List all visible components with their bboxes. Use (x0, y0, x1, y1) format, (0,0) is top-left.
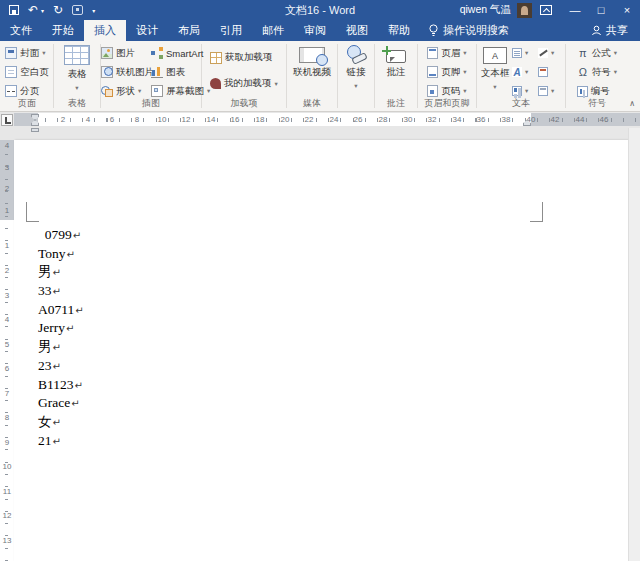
doc-line[interactable]: 21↵ (38, 432, 84, 451)
online-picture-button[interactable]: 联机图片 (101, 65, 151, 79)
tab-stop-selector[interactable] (1, 114, 13, 126)
doc-line[interactable]: 女↵ (38, 413, 84, 432)
textbox-button[interactable]: A 文本框 ▾ (478, 41, 512, 98)
vertical-ruler[interactable]: 4 3 2 1 1 2 3 4 5 6 7 8 9 10 11 12 13 (0, 128, 14, 561)
titlebar-right: qiwen 气温 — □ × (460, 0, 640, 20)
ruler-number: 2 (0, 184, 14, 193)
maximize-button[interactable]: □ (588, 0, 614, 20)
group-label-comments: 批注 (375, 97, 417, 110)
tab-layout[interactable]: 布局 (168, 20, 210, 41)
object-icon (538, 86, 548, 96)
ruler-number: 9 (0, 438, 14, 447)
tab-references[interactable]: 引用 (210, 20, 252, 41)
cover-page-icon (5, 47, 17, 59)
comment-button[interactable]: 批注 (386, 41, 406, 98)
group-links: 链接 ▾ (338, 41, 374, 111)
shapes-button[interactable]: 形状▾ (101, 84, 151, 98)
page-number-button[interactable]: 页码▾ (427, 84, 466, 98)
tab-file[interactable]: 文件 (0, 20, 42, 41)
page-break-button[interactable]: 分页 (5, 84, 49, 98)
screenshot-button[interactable]: 屏幕截图▾ (151, 84, 201, 98)
doc-line[interactable]: Grace↵ (38, 394, 84, 413)
cover-page-button[interactable]: 封面▾ (5, 46, 49, 60)
left-indent-marker[interactable] (31, 128, 39, 132)
doc-line[interactable]: 男↵ (38, 338, 84, 357)
number-button[interactable]: 编号 (577, 84, 617, 98)
smartart-button[interactable]: SmartArt (151, 46, 201, 60)
tab-review[interactable]: 审阅 (294, 20, 336, 41)
tell-me-search[interactable]: 操作说明搜索 (420, 20, 517, 41)
chart-button[interactable]: 图表 (151, 65, 201, 79)
minimize-button[interactable]: — (562, 0, 588, 20)
picture-button[interactable]: 图片 (101, 46, 151, 60)
document-text[interactable]: 0799↵ Tony↵ 男↵ 33↵ A0711↵ Jerry↵ 男↵ 23↵ … (38, 226, 84, 450)
vertical-scrollbar[interactable] (628, 128, 640, 561)
get-addins-icon (210, 52, 222, 64)
tab-insert[interactable]: 插入 (84, 20, 126, 41)
link-button[interactable]: 链接 ▾ (345, 41, 367, 98)
date-time-button[interactable] (538, 65, 564, 79)
symbol-button[interactable]: Ω符号▾ (577, 65, 617, 79)
tab-view[interactable]: 视图 (336, 20, 378, 41)
blank-page-icon (5, 66, 17, 78)
header-button[interactable]: 页眉▾ (427, 46, 466, 60)
blank-page-button[interactable]: 空白页 (5, 65, 49, 79)
omega-icon: Ω (577, 66, 589, 78)
my-addins-button[interactable]: 我的加载项▾ (210, 75, 278, 92)
quick-parts-button[interactable]: ▾ (512, 46, 538, 60)
ruler-number: 11 (0, 487, 14, 496)
footer-button[interactable]: 页脚▾ (427, 65, 466, 79)
signature-line-button[interactable]: ▾ (538, 46, 564, 60)
doc-line[interactable]: 0799↵ (38, 226, 84, 245)
table-button[interactable]: 表格 ▾ (64, 41, 90, 98)
get-addins-button[interactable]: 获取加载项 (210, 49, 278, 66)
collapse-ribbon-button[interactable]: ∧ (629, 99, 635, 108)
save-icon[interactable] (9, 5, 19, 15)
ruler-number: 46 (600, 115, 609, 124)
document-page[interactable]: 0799↵ Tony↵ 男↵ 33↵ A0711↵ Jerry↵ 男↵ 23↵ … (14, 140, 628, 561)
paragraph-mark: ↵ (53, 342, 61, 353)
doc-line[interactable]: Tony↵ (38, 245, 84, 264)
hanging-indent-marker[interactable] (31, 120, 39, 126)
drop-cap-button[interactable]: ▾ (512, 84, 538, 98)
ribbon: 封面▾ 空白页 分页 页面 表格 ▾ 表格 图片 联机图片 形状▾ SmartA… (0, 41, 640, 112)
chevron-down-icon: ▾ (138, 87, 141, 95)
avatar[interactable] (517, 3, 532, 18)
ruler-number: 1 (0, 206, 14, 215)
horizontal-ruler[interactable]: 2 4 6 8 10 12 14 16 18 20 22 24 26 28 30… (14, 113, 640, 126)
ruler-number: 4 (0, 315, 14, 324)
group-label-text: 文本 (477, 97, 565, 110)
online-video-button[interactable]: 联机视频 (293, 41, 331, 98)
doc-line[interactable]: A0711↵ (38, 301, 84, 320)
tab-help[interactable]: 帮助 (378, 20, 420, 41)
group-media: 联机视频 媒体 (287, 41, 337, 111)
touch-mode-icon[interactable] (72, 5, 83, 15)
doc-line[interactable]: Jerry↵ (38, 319, 84, 338)
wordart-button[interactable]: A▾ (512, 65, 538, 79)
doc-line[interactable]: 33↵ (38, 282, 84, 301)
undo-icon[interactable]: ↶ (28, 4, 38, 16)
chevron-down-icon: ▾ (463, 87, 466, 95)
object-button[interactable]: ▾ (538, 84, 564, 98)
ruler-number: 38 (502, 115, 511, 124)
doc-line[interactable]: B1123↵ (38, 376, 84, 395)
tab-mailings[interactable]: 邮件 (252, 20, 294, 41)
tab-design[interactable]: 设计 (126, 20, 168, 41)
tab-home[interactable]: 开始 (42, 20, 84, 41)
ruler-number: 34 (453, 115, 462, 124)
share-button[interactable]: 共享 (579, 20, 640, 41)
redo-icon[interactable]: ↻ (53, 4, 63, 16)
ruler-number: 13 (0, 536, 14, 545)
doc-line[interactable]: 男↵ (38, 263, 84, 282)
close-button[interactable]: × (614, 0, 640, 20)
equation-button[interactable]: π公式▾ (577, 46, 617, 60)
undo-dropdown-icon[interactable]: ▾ (41, 7, 44, 14)
chevron-down-icon: ▾ (75, 84, 78, 92)
paragraph-mark: ↵ (75, 305, 83, 316)
title-bar: ↶ ▾ ↻ ▾ 文档16 - Word qiwen 气温 — □ × (0, 0, 640, 20)
header-icon (427, 47, 438, 59)
customize-qat-icon[interactable]: ▾ (92, 7, 95, 14)
ribbon-display-options-icon[interactable] (540, 5, 552, 15)
doc-line[interactable]: 23↵ (38, 357, 84, 376)
first-line-indent-marker[interactable] (31, 114, 39, 120)
